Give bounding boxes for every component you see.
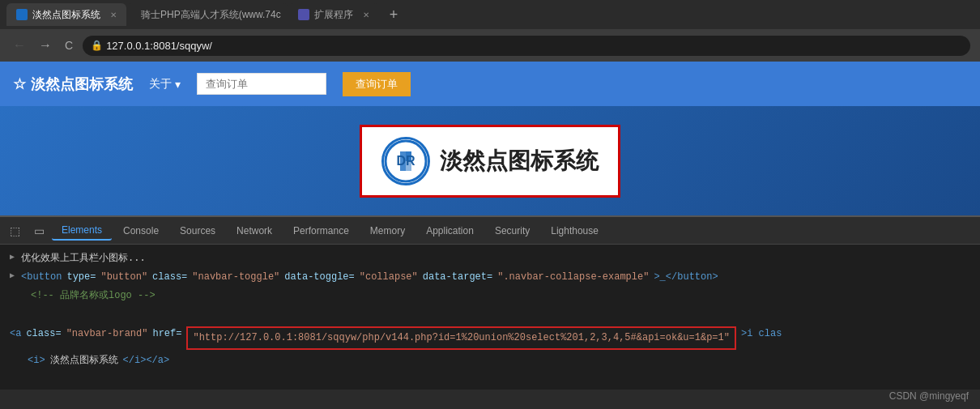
tab-security[interactable]: Security	[485, 222, 539, 240]
code-line-comment: <!-- 品牌名称或logo -->	[3, 287, 977, 305]
code-line-button: ▶ <button type="button" class="navbar-to…	[3, 268, 977, 287]
code-comment-logo: <!-- 品牌名称或logo -->	[31, 288, 156, 304]
url-highlight-box: "http://127.0.0.1:8081/sqqyw/php/v144.ph…	[186, 326, 736, 350]
inspect-element-icon[interactable]: ⬚	[3, 219, 26, 242]
about-text: 关于	[149, 77, 172, 92]
tab-performance[interactable]: Performance	[283, 222, 359, 240]
tab-network[interactable]: Network	[227, 222, 282, 240]
dropdown-icon: ▾	[175, 78, 181, 91]
code-tag-close: >_</button>	[654, 270, 718, 285]
code-attr-aclass: class=	[26, 326, 61, 342]
tab-elements[interactable]: Elements	[52, 221, 112, 241]
tab3-label: 扩展程序	[314, 8, 353, 22]
code-i-close: </i></a>	[123, 353, 170, 369]
code-attr-type: type=	[66, 270, 96, 285]
lock-icon: 🔒	[91, 40, 103, 51]
tab-bar: 淡然点图标系统 ✕ 骑士PHP高端人才系统(www.74c ✕ 扩展程序 ✕ +	[0, 0, 980, 29]
new-tab-button[interactable]: +	[382, 3, 405, 26]
search-button[interactable]: 查询订单	[343, 72, 411, 96]
tab-2[interactable]: 骑士PHP高端人才系统(www.74c ✕	[126, 3, 288, 26]
code-val-type: "button"	[100, 270, 147, 285]
code-val-aclass: "navbar-brand"	[66, 326, 148, 342]
logo-box: DR 淡然点图标系统	[360, 125, 620, 198]
browser-chrome: 淡然点图标系统 ✕ 骑士PHP高端人才系统(www.74c ✕ 扩展程序 ✕ +…	[0, 0, 980, 62]
about-nav[interactable]: 关于 ▾	[149, 77, 181, 92]
brand-text: 淡然点图标系统	[31, 75, 133, 94]
forward-button[interactable]: →	[36, 35, 55, 56]
code-val-class: "navbar-toggle"	[192, 270, 279, 285]
code-text-1: 优化效果上工具栏小图标...	[21, 251, 146, 266]
code-url-value: "http://127.0.0.1:8081/sqqyw/php/v144.ph…	[193, 332, 730, 343]
watermark: CSDN @mingyeqf	[889, 388, 969, 403]
code-attr-toggle: data-toggle=	[284, 270, 354, 285]
code-line-anchor: <a class="navbar-brand" href="http://127…	[3, 325, 977, 351]
devtools-tab-bar: ⬚ ▭ Elements Console Sources Network Per…	[0, 217, 980, 245]
tab-console[interactable]: Console	[113, 222, 168, 240]
tab1-label: 淡然点图标系统	[32, 8, 100, 22]
search-input[interactable]	[197, 73, 326, 95]
tab-memory[interactable]: Memory	[360, 222, 415, 240]
code-line-collapsed: ▶ 优化效果上工具栏小图标...	[3, 249, 977, 268]
tab3-favicon	[298, 9, 309, 20]
site-body: DR 淡然点图标系统	[0, 106, 980, 215]
code-a-suffix: >i clas	[741, 326, 782, 342]
tab-lighthouse[interactable]: Lighthouse	[541, 222, 608, 240]
code-line-blank	[3, 306, 977, 325]
collapse-arrow[interactable]: ▶	[10, 251, 15, 264]
watermark-text: CSDN @mingyeqf	[889, 390, 969, 402]
devtools-panel: ⬚ ▭ Elements Console Sources Network Per…	[0, 215, 980, 390]
expand-arrow[interactable]: ▶	[10, 270, 15, 283]
tab1-close[interactable]: ✕	[110, 11, 117, 19]
site-navbar: ☆ 淡然点图标系统 关于 ▾ 查询订单	[0, 62, 980, 106]
site-brand: ☆ 淡然点图标系统	[13, 75, 133, 94]
code-line-text: <i> 淡然点图标系统 </i></a>	[3, 351, 977, 370]
code-val-target: ".navbar-collapse-example"	[497, 270, 649, 285]
logo-text: 淡然点图标系统	[440, 146, 599, 177]
code-i-tag: <i>	[28, 353, 45, 369]
code-a-tag: <a	[10, 326, 21, 342]
back-button[interactable]: ←	[10, 35, 29, 56]
url-bar[interactable]: 🔒 127.0.0.1:8081/sqqyw/	[83, 36, 970, 56]
tab-application[interactable]: Application	[416, 222, 484, 240]
code-val-toggle: "collapse"	[360, 270, 418, 285]
address-bar: ← → C 🔒 127.0.0.1:8081/sqqyw/	[0, 29, 980, 62]
code-attr-href: href=	[152, 326, 181, 342]
tab-sources[interactable]: Sources	[170, 222, 225, 240]
code-attr-target: data-target=	[423, 270, 492, 285]
tab1-favicon	[16, 9, 28, 20]
mobile-view-icon[interactable]: ▭	[28, 219, 50, 242]
devtools-content: ▶ 优化效果上工具栏小图标... ▶ <button type="button"…	[0, 245, 980, 390]
logo-svg: DR	[384, 139, 428, 183]
tab2-label: 骑士PHP高端人才系统(www.74c	[141, 8, 281, 22]
code-attr-class: class=	[152, 270, 187, 285]
reload-button[interactable]: C	[62, 36, 76, 55]
code-button-tag: <button	[21, 270, 62, 285]
tab-3[interactable]: 扩展程序 ✕	[288, 3, 379, 26]
url-text: 127.0.0.1:8081/sqqyw/	[106, 40, 212, 52]
svg-text:DR: DR	[396, 154, 415, 168]
logo-circle: DR	[381, 137, 430, 185]
brand-icon: ☆	[13, 75, 26, 93]
website-area: ☆ 淡然点图标系统 关于 ▾ 查询订单 DR 淡然点图标系统	[0, 62, 980, 215]
tab-1[interactable]: 淡然点图标系统 ✕	[6, 3, 126, 26]
tab3-close[interactable]: ✕	[363, 11, 369, 19]
code-brand-text: 淡然点图标系统	[50, 353, 118, 369]
